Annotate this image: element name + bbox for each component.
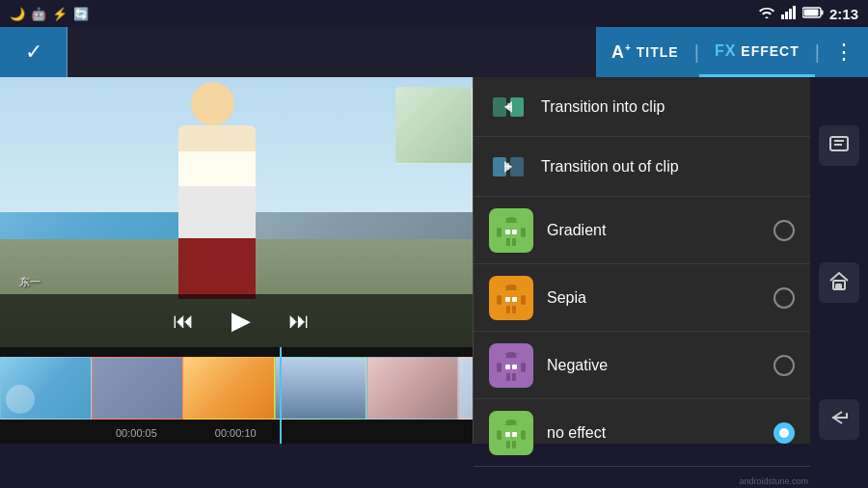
svg-rect-24 <box>512 230 517 234</box>
video-watermark-text: 东一 <box>19 275 41 289</box>
back-icon <box>828 409 850 431</box>
svg-rect-40 <box>521 363 526 372</box>
svg-rect-54 <box>512 432 517 437</box>
svg-rect-19 <box>497 228 502 237</box>
tab-title[interactable]: A+ TITLE <box>596 27 694 77</box>
rewind-icon: ⏮ <box>173 309 194 334</box>
timeline-clip-5[interactable] <box>366 357 458 420</box>
timecode-1: 00:00:05 <box>116 427 157 439</box>
svg-rect-30 <box>521 295 526 305</box>
svg-rect-5 <box>821 10 823 14</box>
transition-into-label: Transition into clip <box>541 98 795 116</box>
svg-rect-3 <box>793 6 796 19</box>
svg-rect-2 <box>789 9 792 19</box>
tab-fx-effect[interactable]: FX EFFECT <box>699 27 815 77</box>
status-bar-right: 2:13 <box>758 6 858 22</box>
timecode-2: 00:00:10 <box>215 427 257 439</box>
svg-point-47 <box>502 421 506 425</box>
transition-into-icon: + <box>489 88 528 126</box>
play-button[interactable]: ▶ <box>224 304 258 339</box>
svg-point-28 <box>516 286 520 290</box>
svg-rect-12 <box>510 157 524 176</box>
tab-title-label: TITLE <box>637 44 679 60</box>
right-nav <box>810 77 868 488</box>
sepia-icon <box>489 276 533 320</box>
svg-rect-6 <box>803 9 818 15</box>
svg-rect-31 <box>506 306 510 313</box>
transition-out-icon: + <box>489 148 528 186</box>
moon-icon: 🌙 <box>10 7 25 21</box>
svg-rect-53 <box>505 432 510 437</box>
more-icon: ⋮ <box>833 40 854 65</box>
svg-rect-42 <box>512 373 516 381</box>
timeline-clip-2[interactable] <box>92 357 183 420</box>
title-icon: A+ <box>611 42 632 63</box>
gradient-radio[interactable] <box>773 220 795 241</box>
rewind-button[interactable]: ⏮ <box>166 304 201 339</box>
home-button[interactable] <box>819 262 859 303</box>
battery-icon <box>802 7 824 21</box>
tab-effect-label: EFFECT <box>741 43 799 59</box>
wifi-icon <box>758 6 775 22</box>
more-button[interactable]: ⋮ <box>820 27 868 77</box>
no-effect-icon <box>489 411 533 455</box>
video-person <box>178 125 256 299</box>
timeline-clip-1[interactable] <box>0 357 92 420</box>
svg-rect-8 <box>510 97 524 117</box>
timeline-clip-4[interactable] <box>275 357 366 420</box>
svg-point-48 <box>516 421 520 425</box>
back-button[interactable] <box>819 399 859 440</box>
no-effect-radio[interactable] <box>773 422 795 444</box>
svg-rect-34 <box>512 297 517 302</box>
svg-rect-51 <box>506 441 510 448</box>
home-icon <box>828 271 850 295</box>
svg-point-27 <box>502 286 506 290</box>
svg-rect-22 <box>512 238 516 246</box>
svg-point-38 <box>516 354 520 358</box>
sepia-radio[interactable] <box>773 287 795 309</box>
timeline-clip-3[interactable] <box>183 357 275 420</box>
negative-item[interactable]: Negative <box>474 332 810 399</box>
fast-forward-button[interactable]: ⏭ <box>282 304 316 339</box>
sepia-label: Sepia <box>547 289 760 307</box>
svg-rect-50 <box>521 430 526 440</box>
fx-icon: FX <box>715 42 736 60</box>
video-thumbnail <box>395 87 473 164</box>
svg-rect-0 <box>781 14 784 19</box>
watermark: androidstune.com <box>739 476 808 486</box>
fast-forward-icon: ⏭ <box>288 309 310 334</box>
recents-button[interactable] <box>819 125 859 166</box>
toolbar-tabs-area <box>68 27 596 77</box>
svg-rect-26 <box>500 290 523 310</box>
svg-rect-33 <box>505 297 510 302</box>
check-icon: ✓ <box>25 40 42 65</box>
svg-rect-49 <box>497 430 502 440</box>
svg-rect-20 <box>521 228 526 237</box>
transition-out-item[interactable]: + Transition out of clip <box>474 137 810 197</box>
no-effect-label: no effect <box>547 424 760 442</box>
signal-icon <box>781 6 797 22</box>
svg-rect-44 <box>512 365 517 369</box>
effects-panel: + Transition into clip + Transition out … <box>473 77 810 444</box>
usb-icon: ⚡ <box>52 7 68 21</box>
confirm-button[interactable]: ✓ <box>0 27 68 77</box>
sepia-item[interactable]: Sepia <box>474 264 810 332</box>
transition-out-label: Transition out of clip <box>541 158 795 176</box>
android-icon: 🤖 <box>31 7 46 21</box>
gradient-item[interactable]: Gradient <box>474 197 810 264</box>
svg-rect-52 <box>512 441 516 448</box>
transition-into-item[interactable]: + Transition into clip <box>474 77 810 137</box>
svg-rect-29 <box>497 295 502 305</box>
status-time: 2:13 <box>829 6 858 22</box>
negative-label: Negative <box>547 357 760 374</box>
svg-rect-36 <box>500 358 523 377</box>
recents-icon <box>828 135 850 157</box>
svg-rect-43 <box>505 365 510 369</box>
svg-rect-39 <box>497 363 502 372</box>
sync-icon: 🔄 <box>73 7 89 21</box>
no-effect-item[interactable]: no effect <box>474 399 810 467</box>
svg-rect-46 <box>500 425 523 445</box>
negative-radio[interactable] <box>773 355 795 376</box>
playback-controls: ⏮ ▶ ⏭ <box>0 294 482 347</box>
svg-rect-1 <box>785 12 788 19</box>
